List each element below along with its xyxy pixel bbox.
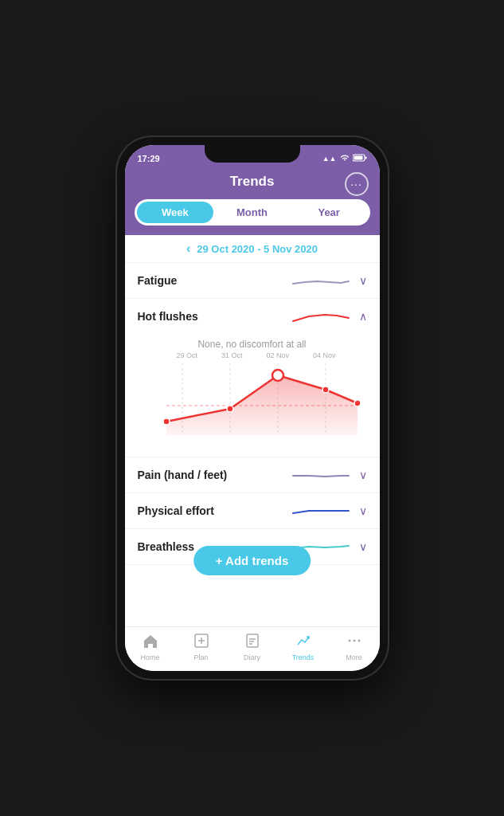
svg-point-22 [353, 640, 355, 642]
tabs-container: Week Month Year [125, 199, 380, 235]
hot-flushes-chevron: ∧ [359, 310, 367, 323]
bottom-navigation: Home Plan [125, 626, 380, 671]
symptom-label-fatigue: Fatigue [138, 274, 289, 287]
chart-date-3: 04 Nov [313, 351, 336, 359]
symptom-label-pain: Pain (hand / feet) [138, 469, 289, 481]
diary-icon [245, 634, 260, 652]
symptom-label-hot-flushes: Hot flushes [138, 310, 289, 323]
trend-chart-svg [154, 359, 370, 447]
date-range-label: 29 Oct 2020 - 5 Nov 2020 [197, 243, 318, 255]
plan-icon [194, 634, 209, 652]
chart-dates: 29 Oct 31 Oct 02 Nov 04 Nov [125, 351, 380, 359]
pain-chevron: ∨ [359, 469, 367, 481]
hot-flushes-chart: None, no discomfort at all 29 Oct 31 Oct… [125, 334, 380, 457]
app-header: Trends ··· [125, 169, 380, 199]
symptom-row-hot-flushes[interactable]: Hot flushes ∧ [125, 299, 380, 334]
svg-point-13 [354, 400, 361, 406]
add-trends-button[interactable]: + Add trends [193, 546, 311, 575]
period-tabs: Week Month Year [135, 199, 370, 226]
ellipsis-icon: ··· [350, 178, 362, 190]
home-icon [143, 634, 158, 652]
tab-month[interactable]: Month [213, 202, 291, 223]
chart-date-0: 29 Oct [176, 351, 197, 359]
svg-point-10 [227, 406, 233, 412]
status-icons: ▲▲ [322, 154, 367, 163]
symptom-label-physical-effort: Physical effort [138, 504, 289, 517]
chart-subtitle: None, no discomfort at all [125, 334, 380, 351]
header-title: Trends [230, 174, 275, 190]
svg-point-9 [163, 418, 170, 425]
date-navigation: ‹ 29 Oct 2020 - 5 Nov 2020 [125, 235, 380, 263]
nav-item-diary[interactable]: Diary [227, 634, 278, 661]
nav-item-trends[interactable]: Trends [278, 634, 329, 661]
more-icon [346, 634, 362, 652]
chart-date-1: 31 Oct [221, 351, 243, 359]
symptom-row-fatigue[interactable]: Fatigue ∨ [125, 263, 380, 299]
nav-item-plan[interactable]: Plan [176, 634, 227, 661]
wifi-icon [340, 154, 350, 163]
pain-sparkline [289, 465, 353, 484]
svg-point-11 [272, 370, 283, 381]
nav-item-home[interactable]: Home [125, 634, 176, 661]
svg-rect-17 [247, 634, 258, 647]
chart-date-2: 02 Nov [266, 351, 289, 359]
breathless-chevron: ∨ [359, 540, 367, 553]
battery-icon [353, 154, 367, 163]
fatigue-chevron: ∨ [359, 274, 367, 287]
tab-week[interactable]: Week [137, 202, 214, 223]
svg-rect-1 [354, 156, 362, 160]
physical-chevron: ∨ [359, 504, 367, 517]
physical-sparkline [289, 501, 353, 520]
nav-label-more: More [346, 653, 362, 661]
nav-label-home: Home [140, 653, 159, 661]
hot-flushes-sparkline [289, 307, 353, 326]
svg-point-21 [348, 640, 350, 642]
prev-date-button[interactable]: ‹ [186, 241, 190, 256]
nav-label-diary: Diary [244, 653, 260, 661]
symptom-row-pain[interactable]: Pain (hand / feet) ∨ [125, 457, 380, 493]
more-options-button[interactable]: ··· [345, 172, 369, 196]
nav-label-trends: Trends [292, 653, 315, 661]
nav-item-more[interactable]: More [329, 634, 380, 661]
fatigue-sparkline [289, 271, 353, 290]
svg-point-23 [357, 640, 360, 642]
main-content: ‹ 29 Oct 2020 - 5 Nov 2020 Fatigue ∨ Hot… [125, 235, 380, 626]
nav-label-plan: Plan [193, 653, 208, 661]
trends-icon [296, 634, 311, 652]
status-time: 17:29 [138, 154, 160, 163]
tab-year[interactable]: Year [291, 202, 368, 223]
signal-icon: ▲▲ [322, 155, 337, 163]
svg-point-12 [322, 386, 329, 393]
symptom-row-physical-effort[interactable]: Physical effort ∨ [125, 493, 380, 529]
svg-rect-2 [365, 157, 366, 159]
